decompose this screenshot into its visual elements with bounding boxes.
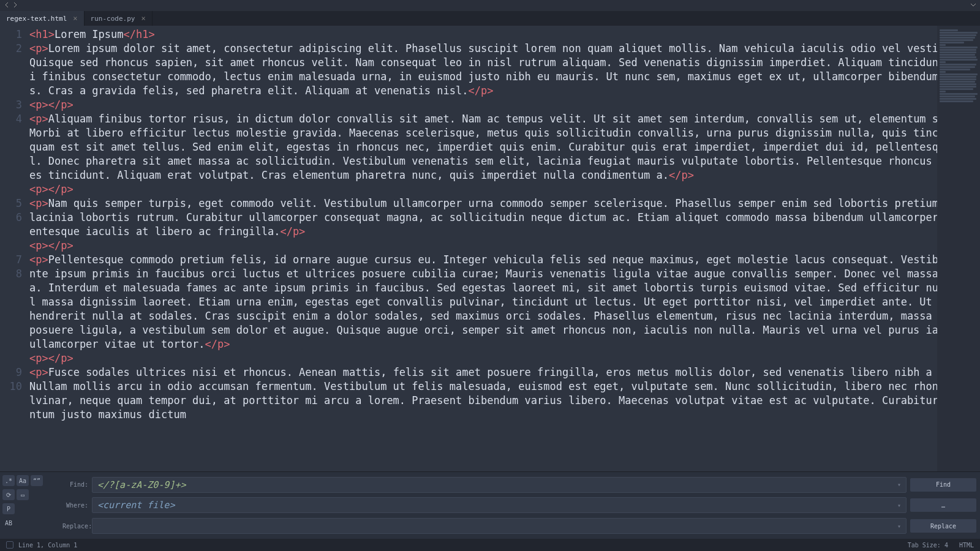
minimap-line [940,96,975,97]
html-tag: </p> [48,352,74,364]
line-number: 10 [0,380,27,436]
nav-back-icon[interactable] [4,2,10,9]
where-input[interactable]: <current file>▾ [92,497,907,513]
syntax-mode[interactable]: HTML [959,542,974,549]
html-tag: </p> [468,84,493,97]
html-tag: <h1> [29,28,55,40]
text-content: Aliquam finibus tortor risus, in dictum … [29,113,980,181]
text-content: Nam quis semper turpis, eget commodo vel… [29,197,976,238]
replace-input[interactable]: ▾ [92,518,907,534]
code-line[interactable]: <p>Pellentesque commodo pretium felis, i… [29,253,978,351]
minimap-line [940,61,946,63]
minimap-line [940,37,975,39]
html-tag: <p> [29,352,48,364]
html-tag: </p> [205,338,230,350]
minimap-line [940,51,976,53]
minimap-line [940,34,976,36]
text-content: Pellentesque commodo pretium felis, id o… [29,253,980,350]
line-number: 6 [0,211,27,253]
minimap-line [940,54,975,56]
minimap-line [940,76,976,78]
regex-toggle[interactable]: .* [2,475,15,486]
tab-bar: regex-text.html×run-code.py× [0,11,980,26]
minimap-line [940,98,976,100]
html-tag: <p> [29,366,48,378]
minimap-line [940,44,946,46]
title-bar [0,0,980,11]
minimap-line [940,29,958,31]
find-input[interactable]: </?[a-zA-Z0-9]+>▾ [92,477,907,493]
show-context-toggle[interactable]: AB [2,517,15,528]
replace-label: Replace: [62,523,92,530]
code-line[interactable]: <h1>Lorem Ipsum</h1> [29,28,978,42]
close-icon[interactable]: × [141,14,145,23]
html-tag: </p> [48,183,74,195]
replace-button[interactable]: Replace [910,519,976,533]
case-toggle[interactable]: Aa [17,475,29,486]
code-line[interactable]: <p>Lorem ipsum dolor sit amet, consectet… [29,42,978,98]
minimap-line [940,32,978,34]
status-bar: Line 1, Column 1 Tab Size: 4 HTML [0,539,980,551]
line-number: 3 [0,98,27,112]
html-tag: <p> [29,239,48,252]
minimap-line [940,100,973,102]
line-number: 9 [0,365,27,380]
more-button[interactable]: … [910,498,976,512]
file-tab[interactable]: regex-text.html× [0,11,85,26]
minimap-line [940,81,975,83]
minimap-line [940,91,946,92]
line-number: 5 [0,197,27,211]
minimap-line [940,69,970,70]
wrap-toggle[interactable]: ⟳ [2,489,15,500]
code-area[interactable]: <h1>Lorem Ipsum</h1><p>Lorem ipsum dolor… [27,26,980,471]
close-icon[interactable]: × [73,14,77,23]
minimap-line [940,64,976,66]
cursor-position[interactable]: Line 1, Column 1 [18,542,77,549]
html-tag: </p> [669,169,694,181]
text-content: Lorem ipsum dolor sit amet, consectetur … [29,42,980,97]
tab-label: regex-text.html [6,15,67,23]
panel-switcher-icon[interactable] [6,541,13,549]
find-replace-panel: .* Aa “” ⟳ ▭ P AB Find: </?[a-zA-Z0-9]+>… [0,471,980,539]
whole-word-toggle[interactable]: “” [31,475,43,486]
editor[interactable]: 12345678910 <h1>Lorem Ipsum</h1><p>Lorem… [0,26,980,471]
preserve-case-toggle[interactable]: P [2,503,15,514]
code-line[interactable]: <p></p> [29,239,978,253]
code-line[interactable]: <p></p> [29,351,978,365]
line-number: 1 [0,28,27,42]
minimap-line [940,59,978,61]
minimap-line [940,42,964,43]
html-tag: <p> [29,113,48,125]
chevron-down-icon[interactable] [970,2,976,9]
code-line[interactable]: <p>Aliquam finibus tortor risus, in dict… [29,112,978,182]
find-button[interactable]: Find [910,478,976,492]
dropdown-icon[interactable]: ▾ [897,481,901,488]
minimap-line [940,83,976,85]
where-label: Where: [62,502,92,509]
html-tag: </p> [280,225,305,238]
html-tag: <p> [29,197,48,209]
dropdown-icon[interactable]: ▾ [897,523,901,530]
line-gutter: 12345678910 [0,26,27,471]
nav-forward-icon[interactable] [12,2,18,9]
find-label: Find: [62,481,92,488]
line-number: 4 [0,112,27,197]
minimap-line [940,56,976,58]
minimap-line [940,88,973,90]
file-tab[interactable]: run-code.py× [85,11,153,26]
code-line[interactable]: <p></p> [29,182,978,197]
tab-size[interactable]: Tab Size: 4 [908,542,948,549]
dropdown-icon[interactable]: ▾ [897,502,901,509]
in-selection-toggle[interactable]: ▭ [17,489,29,500]
code-line[interactable]: <p>Fusce sodales ultrices nisi et rhoncu… [29,365,978,422]
code-line[interactable]: <p></p> [29,98,978,112]
minimap[interactable] [937,26,980,471]
html-tag: <p> [29,183,48,195]
line-number: 7 [0,253,27,267]
minimap-line [940,73,978,75]
code-line[interactable]: <p>Nam quis semper turpis, eget commodo … [29,197,978,239]
html-tag: </p> [48,99,74,111]
minimap-line [940,49,976,51]
minimap-line [940,78,976,80]
line-number: 8 [0,267,27,365]
